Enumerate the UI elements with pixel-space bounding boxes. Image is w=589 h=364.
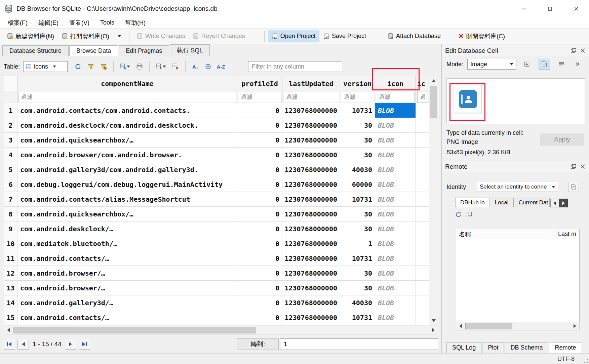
cell-profile-id[interactable]: 0 — [237, 192, 282, 207]
close-panel-icon[interactable] — [581, 164, 585, 169]
cell-profile-id[interactable]: 0 — [237, 207, 282, 221]
tab-database-structure[interactable]: Database Structure — [2, 45, 69, 56]
remote-horizontal-scrollbar[interactable] — [456, 322, 580, 330]
filter-input-profileId[interactable] — [238, 92, 281, 102]
cell-version[interactable]: 30 — [340, 266, 375, 281]
open-project-button[interactable]: Open Project — [268, 30, 319, 42]
cell-version[interactable]: 10731 — [340, 310, 375, 325]
horizontal-scrollbar-thumb[interactable] — [13, 327, 256, 333]
cell-icon-blob[interactable]: BLOB — [375, 295, 416, 310]
first-page-button[interactable] — [4, 339, 15, 350]
vertical-scrollbar-thumb[interactable] — [430, 86, 437, 118]
cell-component-name[interactable]: com.android.quicksearchbox/… — [17, 133, 237, 148]
open-database-dropdown[interactable] — [114, 31, 124, 41]
table-combobox[interactable]: icons — [23, 61, 68, 72]
cell-last-updated[interactable]: 1230768000000 — [282, 133, 340, 148]
cell-version[interactable]: 1 — [340, 236, 375, 251]
save-filter-button[interactable] — [99, 62, 109, 72]
cell-profile-id[interactable]: 0 — [237, 281, 282, 295]
scroll-left-button[interactable] — [456, 322, 465, 330]
cell-icon-blob[interactable]: BLOB — [375, 310, 416, 325]
cell-icon-blob[interactable]: BLOB — [375, 118, 416, 133]
cell-extra[interactable] — [416, 177, 429, 192]
filter-input-componentName[interactable] — [18, 92, 236, 102]
encoding-label[interactable]: UTF-8 — [557, 356, 575, 363]
column-header-profileId[interactable]: profileId — [237, 76, 282, 91]
new-record-button[interactable] — [154, 62, 168, 72]
cell-extra[interactable] — [416, 251, 429, 266]
remote-list-body[interactable] — [456, 239, 579, 322]
sort-az-button[interactable]: A-Z — [216, 62, 226, 72]
last-page-button[interactable] — [79, 339, 90, 350]
cell-last-updated[interactable]: 1230768000000 — [282, 162, 340, 177]
remote-tab-dbhub[interactable]: DBHub.io — [455, 198, 490, 207]
cell-version[interactable]: 30 — [340, 133, 375, 148]
menu-help[interactable]: 幫助(H) — [120, 17, 151, 29]
cell-extra[interactable] — [416, 148, 429, 162]
row-number[interactable]: 4 — [4, 148, 17, 162]
cell-last-updated[interactable]: 1230768000000 — [282, 148, 340, 162]
cell-extra[interactable] — [416, 310, 429, 325]
cell-component-name[interactable]: com.android.contacts/alias.MessageShortc… — [17, 192, 237, 207]
cell-version[interactable]: 10731 — [340, 103, 375, 118]
row-number[interactable]: 8 — [4, 207, 17, 221]
goto-button[interactable]: 轉到: — [237, 338, 279, 350]
cell-extra[interactable] — [416, 221, 429, 236]
cell-extra[interactable] — [416, 133, 429, 148]
menu-view[interactable]: 查看(V) — [64, 17, 95, 29]
cell-profile-id[interactable]: 0 — [237, 148, 282, 162]
row-number[interactable]: 13 — [4, 281, 17, 295]
cell-icon-blob[interactable]: BLOB — [375, 133, 416, 148]
scroll-right-button[interactable] — [429, 326, 438, 334]
row-number[interactable]: 11 — [4, 251, 17, 266]
cell-last-updated[interactable]: 1230768000000 — [282, 310, 340, 325]
column-header-componentName[interactable]: componentName — [17, 76, 237, 91]
cell-component-name[interactable]: com.android.gallery3d/com.android.galler… — [17, 162, 237, 177]
revert-changes-button[interactable]: Revert Changes — [189, 30, 249, 42]
word-wrap-button[interactable] — [555, 59, 567, 70]
cell-icon-blob[interactable]: BLOB — [375, 266, 416, 281]
print-button[interactable] — [134, 62, 145, 72]
cell-icon-blob[interactable]: BLOB — [375, 177, 416, 192]
import-identity-button[interactable] — [568, 182, 579, 192]
cell-last-updated[interactable]: 1230768000000 — [282, 177, 340, 192]
filter-input-extra[interactable] — [417, 91, 428, 103]
cell-last-updated[interactable]: 1230768000000 — [282, 118, 340, 133]
cell-extra[interactable] — [416, 266, 429, 281]
cell-version[interactable]: 30 — [340, 221, 375, 236]
cell-version[interactable]: 30 — [340, 118, 375, 133]
cell-extra[interactable] — [416, 207, 429, 221]
row-number[interactable]: 14 — [4, 295, 17, 310]
cell-component-name[interactable]: com.android.contacts/… — [17, 251, 237, 266]
scroll-right-button[interactable] — [571, 322, 579, 330]
open-database-button[interactable]: 打開資料庫(O) — [58, 30, 113, 43]
row-number[interactable]: 3 — [4, 133, 17, 148]
cell-version[interactable]: 30 — [340, 148, 375, 162]
column-header-lastUpdated[interactable]: lastUpdated — [282, 76, 340, 91]
tab-browse-data[interactable]: Browse Data — [69, 45, 118, 56]
cell-last-updated[interactable]: 1230768000000 — [282, 295, 340, 310]
refresh-remote-icon[interactable] — [455, 211, 462, 218]
cell-version[interactable]: 40030 — [340, 295, 375, 310]
cell-component-name[interactable]: com.android.browser/… — [17, 281, 237, 295]
cell-icon-blob[interactable]: BLOB — [375, 103, 416, 118]
cell-extra[interactable] — [416, 103, 429, 118]
filter-input-lastUpdated[interactable] — [283, 92, 339, 102]
cell-icon-blob[interactable]: BLOB — [375, 251, 416, 266]
maximize-button[interactable] — [537, 0, 563, 17]
cell-component-name[interactable]: com.android.browser/… — [17, 266, 237, 281]
save-project-button[interactable]: Save Project — [319, 30, 370, 42]
filter-input-version[interactable] — [341, 92, 374, 102]
cell-profile-id[interactable]: 0 — [237, 133, 282, 148]
row-number[interactable]: 7 — [4, 192, 17, 207]
close-panel-icon[interactable] — [581, 48, 585, 53]
cell-version[interactable]: 10731 — [340, 251, 375, 266]
cell-last-updated[interactable]: 1230768000000 — [282, 236, 340, 251]
menu-file[interactable]: 檔案(F) — [2, 17, 33, 29]
cell-extra[interactable] — [416, 192, 429, 207]
cell-profile-id[interactable]: 0 — [237, 266, 282, 281]
column-header-extra[interactable]: ic — [416, 76, 429, 91]
row-number[interactable]: 10 — [4, 236, 17, 251]
close-button[interactable] — [563, 0, 589, 17]
previous-page-button[interactable] — [17, 339, 29, 350]
